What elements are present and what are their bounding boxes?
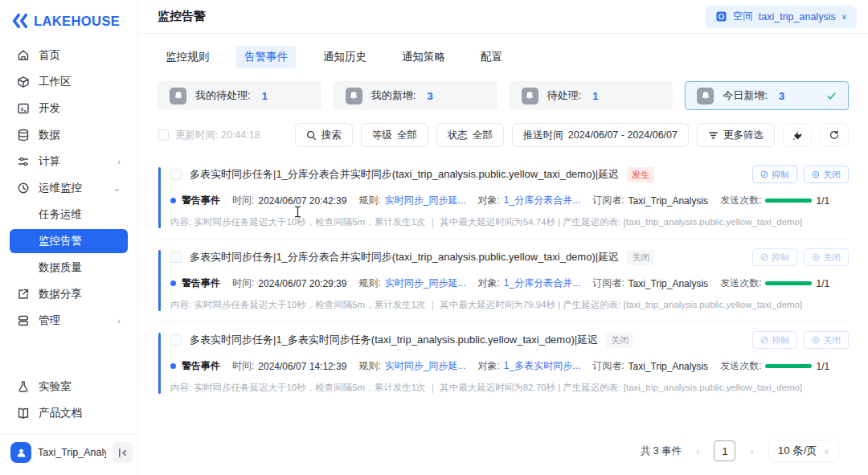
book-icon xyxy=(17,407,30,420)
stat-card-pending[interactable]: 待处理: 1 xyxy=(510,81,674,110)
event-rule: 规则:实时同步_同步延... xyxy=(358,194,465,207)
more-filters-button[interactable]: 更多筛选 xyxy=(697,123,775,147)
target-link[interactable]: 1_分库分表合并... xyxy=(504,194,580,207)
refresh-button[interactable] xyxy=(820,123,849,147)
close-event-button[interactable]: 关闭 xyxy=(804,166,849,183)
sidebar-item-data-quality[interactable]: 数据质量 xyxy=(10,256,128,280)
event-subscriber: 订阅者:Taxi_Trip_Analysis xyxy=(592,276,708,290)
sidebar-item-monitor-alerts[interactable]: 监控告警 xyxy=(10,229,128,253)
alert-event-row: 多表实时同步任务|1_分库分表合并实时同步(taxi_trip_analysis… xyxy=(158,239,849,321)
stat-value: 3 xyxy=(779,90,784,102)
alert-event-list: 多表实时同步任务|1_分库分表合并实时同步(taxi_trip_analysis… xyxy=(158,157,849,404)
event-checkbox[interactable] xyxy=(170,169,182,180)
user-row[interactable]: Taxi_Trip_Analy... xyxy=(0,434,137,470)
stat-card-my-pending[interactable]: 我的待处理: 1 xyxy=(158,81,321,110)
clean-broom-button[interactable] xyxy=(783,123,812,147)
event-content: 内容: 实时同步任务延迟大于10秒，检查间隔5m，累计发生1次 ｜ 其中最大延迟… xyxy=(170,216,849,228)
suppress-button[interactable]: 抑制 xyxy=(752,331,797,349)
send-progress-bar xyxy=(765,199,812,203)
event-send-count: 发送次数:1/1 xyxy=(720,194,829,207)
event-title: 多表实时同步任务|1_分库分表合并实时同步(taxi_trip_analysis… xyxy=(190,250,619,264)
alarm-icon xyxy=(170,88,186,104)
search-icon xyxy=(306,130,317,141)
sidebar-item-ops-monitoring[interactable]: 运维监控 ⌄ xyxy=(10,176,128,200)
sidebar-item-label: 任务运维 xyxy=(39,207,82,222)
page-size-select[interactable]: 10 条/页 ∨ xyxy=(768,440,839,462)
space-selector[interactable]: 空间 taxi_trip_analysis ∨ xyxy=(706,6,857,28)
user-icon xyxy=(15,447,27,459)
logo: LAKEHOUSE xyxy=(10,11,128,43)
filter-row: 更新时间: 20:44:18 搜索 等级 全部 状态 全部 xyxy=(158,123,849,147)
topbar: 监控告警 空间 taxi_trip_analysis ∨ xyxy=(138,0,868,34)
target-link[interactable]: 1_多表实时同步... xyxy=(504,359,580,373)
event-title: 多表实时同步任务|1_多表实时同步任务(taxi_trip_analysis.p… xyxy=(190,333,598,347)
severity-dot-icon xyxy=(170,363,176,369)
severity-dot-icon xyxy=(170,280,176,286)
sidebar-item-workspace[interactable]: 工作区 xyxy=(10,70,128,94)
lakehouse-logo-icon xyxy=(11,13,29,29)
sidebar-nav: 首页 工作区 开发 数据 计算 › 运维监控 ⌄ xyxy=(10,43,128,333)
push-time-filter[interactable]: 推送时间 2024/06/07 - 2024/06/07 xyxy=(512,123,689,147)
chevron-down-icon: ∨ xyxy=(824,447,829,456)
sidebar-footer: 实验室 产品文档 Taxi_Trip_Analy... xyxy=(10,375,128,475)
tab-alert-events[interactable]: 告警事件 xyxy=(236,46,296,68)
event-target: 对象:1_分库分表合并... xyxy=(477,276,580,290)
sidebar-item-label: 数据分享 xyxy=(39,287,82,301)
tab-notify-policy[interactable]: 通知策略 xyxy=(394,46,453,68)
home-icon xyxy=(17,49,30,62)
sidebar-item-data[interactable]: 数据 xyxy=(10,123,128,147)
prev-page-button[interactable]: ‹ xyxy=(691,444,704,458)
suppress-button[interactable]: 抑制 xyxy=(752,166,797,183)
stat-card-today-new[interactable]: 今日新增: 3 xyxy=(685,81,849,110)
sidebar-collapse-button[interactable] xyxy=(113,442,133,463)
alarm-icon xyxy=(697,88,714,104)
next-page-button[interactable]: › xyxy=(745,444,758,458)
event-time: 时间:2024/06/07 20:29:39 xyxy=(232,276,346,290)
tab-notify-history[interactable]: 通知历史 xyxy=(315,46,375,68)
event-target: 对象:1_多表实时同步... xyxy=(477,359,580,373)
workspace-icon xyxy=(17,76,30,88)
sidebar-item-develop[interactable]: 开发 xyxy=(10,96,128,121)
flask-icon xyxy=(17,380,30,393)
stat-value: 3 xyxy=(427,90,432,102)
app-window: LAKEHOUSE 首页 工作区 开发 数据 计算 › xyxy=(0,0,868,475)
chevron-right-icon: › xyxy=(117,158,121,166)
current-page[interactable]: 1 xyxy=(714,440,735,461)
level-filter[interactable]: 等级 全部 xyxy=(361,123,428,147)
sidebar-item-label: 数据 xyxy=(39,128,60,142)
alarm-icon xyxy=(522,88,538,104)
suppress-button[interactable]: 抑制 xyxy=(752,248,797,266)
stat-card-my-new[interactable]: 我的新增: 3 xyxy=(334,81,497,110)
sidebar-item-data-share[interactable]: 数据分享 xyxy=(10,282,128,306)
search-button[interactable]: 搜索 xyxy=(295,123,353,147)
target-link[interactable]: 1_分库分表合并... xyxy=(504,276,580,290)
sidebar-item-manage[interactable]: 管理 › xyxy=(10,309,128,333)
share-icon xyxy=(17,288,30,301)
event-checkbox[interactable] xyxy=(170,252,182,263)
alarm-icon xyxy=(346,88,362,104)
event-time: 时间:2024/06/07 14:12:39 xyxy=(232,359,346,373)
auto-refresh-checkbox[interactable] xyxy=(158,129,169,141)
close-event-button[interactable]: 关闭 xyxy=(804,248,849,266)
event-checkbox[interactable] xyxy=(170,334,182,346)
ban-icon xyxy=(760,253,768,261)
rule-link[interactable]: 实时同步_同步延... xyxy=(385,359,466,373)
sidebar-item-compute[interactable]: 计算 › xyxy=(10,149,128,174)
sidebar-item-docs[interactable]: 产品文档 xyxy=(10,401,128,425)
close-event-button[interactable]: 关闭 xyxy=(804,331,849,349)
event-content: 内容: 实时同步任务延迟大于10秒，检查间隔5m，累计发生1次 ｜ 其中最大延迟… xyxy=(170,299,849,311)
severity-dot-icon xyxy=(170,198,176,203)
stat-cards: 我的待处理: 1 我的新增: 3 待处理: 1 今日新增: 3 xyxy=(158,81,849,110)
sidebar-item-task-ops[interactable]: 任务运维 xyxy=(10,203,128,227)
rule-link[interactable]: 实时同步_同步延... xyxy=(385,194,466,207)
broom-icon xyxy=(792,129,803,141)
alert-event-row: 多表实时同步任务|1_分库分表合并实时同步(taxi_trip_analysis… xyxy=(158,157,849,239)
rule-link[interactable]: 实时同步_同步延... xyxy=(385,276,466,290)
sidebar-item-home[interactable]: 首页 xyxy=(10,43,128,68)
space-label: 空间 xyxy=(733,10,753,23)
status-filter[interactable]: 状态 全部 xyxy=(436,123,504,147)
tab-monitor-rules[interactable]: 监控规则 xyxy=(158,46,217,68)
tab-config[interactable]: 配置 xyxy=(473,46,510,68)
avatar xyxy=(10,442,31,463)
sidebar-item-lab[interactable]: 实验室 xyxy=(10,375,128,399)
